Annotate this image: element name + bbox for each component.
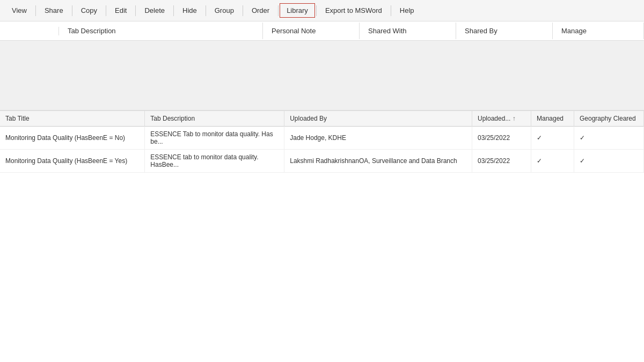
separator-10 [391,5,391,16]
separator-4 [135,5,136,16]
toolbar-help[interactable]: Help [392,2,422,19]
separator-7 [243,5,243,16]
section-header-personal-note: Personal Note [263,23,360,39]
cell-tab-desc-2: ESSENCE tab to monitor data quality. Has… [145,150,284,173]
cell-geography-1: ✓ [574,127,643,150]
section-header-shared-with: Shared With [360,23,456,39]
cell-managed-2: ✓ [531,150,574,173]
col-header-uploaded-date[interactable]: Uploaded... [472,111,531,127]
library-table: Tab Title Tab Description Uploaded By Up… [0,110,644,173]
section-header-tab-description: Tab Description [59,23,263,39]
separator-1 [35,5,36,16]
table-header-row: Tab Title Tab Description Uploaded By Up… [0,111,644,127]
cell-tab-desc-1: ESSENCE Tab to monitor data quality. Has… [145,127,284,150]
col-header-tab-title: Tab Title [0,111,145,127]
toolbar-edit[interactable]: Edit [107,2,134,19]
toolbar-hide[interactable]: Hide [175,2,204,19]
toolbar-export[interactable]: Export to MSWord [318,2,390,19]
cell-geography-2: ✓ [574,150,643,173]
section-header-empty [0,27,59,35]
col-header-geography-cleared: Geography Cleared [574,111,643,127]
toolbar-delete[interactable]: Delete [137,2,172,19]
col-header-uploaded-by: Uploaded By [284,111,472,127]
toolbar-group[interactable]: Group [207,2,241,19]
separator-5 [173,5,174,16]
toolbar-order[interactable]: Order [244,2,277,19]
cell-uploaded-by-1: Jade Hodge, KDHE [284,127,472,150]
toolbar-library[interactable]: Library [280,3,315,18]
separator-6 [206,5,206,16]
col-header-managed: Managed [531,111,574,127]
cell-managed-1: ✓ [531,127,574,150]
separator-8 [278,5,279,16]
cell-uploaded-by-2: Lakshmi RadhakrishnanOA, Surveillance an… [284,150,472,173]
table-row: Monitoring Data Quality (HasBeenE = No) … [0,127,644,150]
toolbar-share[interactable]: Share [37,2,71,19]
section-headers-row: Tab Description Personal Note Shared Wit… [0,21,644,41]
cell-uploaded-date-1: 03/25/2022 [472,127,531,150]
separator-3 [106,5,106,16]
toolbar-copy[interactable]: Copy [74,2,105,19]
separator-2 [72,5,72,16]
table-row: Monitoring Data Quality (HasBeenE = Yes)… [0,150,644,173]
cell-tab-title-2: Monitoring Data Quality (HasBeenE = Yes) [0,150,145,173]
gray-area [0,41,644,110]
section-header-manage: Manage [553,23,644,39]
section-header-shared-by: Shared By [456,23,553,39]
separator-9 [316,5,317,16]
data-table-container: Tab Title Tab Description Uploaded By Up… [0,110,644,173]
toolbar-view[interactable]: View [4,2,34,19]
col-header-tab-description: Tab Description [145,111,284,127]
cell-tab-title-1: Monitoring Data Quality (HasBeenE = No) [0,127,145,150]
main-toolbar: View Share Copy Edit Delete Hide Group O… [0,0,644,21]
cell-uploaded-date-2: 03/25/2022 [472,150,531,173]
